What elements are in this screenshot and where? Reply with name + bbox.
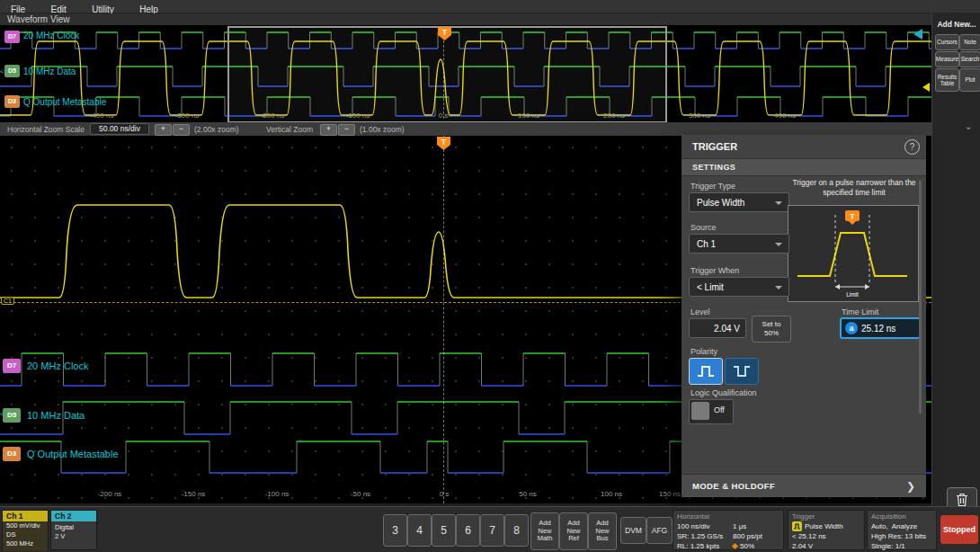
vertical-zoom-label: Vertical Zoom — [266, 125, 313, 134]
vzoom-minus-button[interactable]: − — [338, 124, 355, 136]
add-plot-button[interactable]: Plot — [959, 68, 980, 92]
settings-tab-label: SETTINGS — [692, 163, 735, 172]
waveform-view-label: Waveform View — [7, 14, 69, 24]
add-ref-l3: Ref — [560, 535, 587, 543]
panel-title: TRIGGER — [692, 141, 737, 152]
channel1-scale: 500 mV/div — [3, 521, 48, 530]
trigger-time-line — [443, 136, 444, 503]
axis-tick: 200 ns — [603, 111, 625, 120]
settings-tab[interactable]: SETTINGS — [682, 158, 926, 176]
channel-badge-d5[interactable]: D5 — [4, 65, 20, 77]
channel1-reference-marker[interactable]: C1 — [1, 297, 14, 305]
channel-badge-d5[interactable]: D5 — [3, 408, 21, 423]
trigger-type-dropdown[interactable]: Pulse Width — [689, 192, 789, 212]
trigger-when-dropdown[interactable]: < Limit — [689, 277, 789, 297]
channel5-button[interactable]: 5 — [432, 514, 456, 547]
channel1-level-marker-icon[interactable] — [922, 83, 930, 92]
horizontal-title: Horizontal — [677, 512, 780, 521]
add-note-button[interactable]: Note — [959, 34, 980, 50]
axis-tick: 50 ns — [519, 490, 537, 498]
axis-tick: -200 ns — [98, 490, 122, 498]
afg-button[interactable]: AFG — [646, 517, 673, 544]
channel2-badge[interactable]: Ch 2 Digital 2 V — [50, 510, 97, 550]
channel-label-d5: 10 MHz Data — [27, 410, 85, 421]
acquisition-badge[interactable]: Acquisition Auto, Analyze High Res: 13 b… — [867, 510, 937, 550]
limit-caption: Limit — [846, 291, 859, 298]
add-new-bus-button[interactable]: Add New Bus — [588, 512, 617, 550]
channel-label-d3: Q Output Metastable — [23, 97, 106, 107]
dvm-button[interactable]: DVM — [620, 517, 646, 544]
axis-tick: 100 ns — [518, 111, 539, 120]
channel-badge-d7[interactable]: D7 — [3, 359, 21, 373]
channel8-button[interactable]: 8 — [504, 514, 529, 547]
channel4-button[interactable]: 4 — [407, 514, 432, 547]
source-label: Source — [690, 223, 717, 232]
horizontal-zoom-scale-value[interactable]: 50.00 ns/div — [90, 123, 149, 135]
collapse-zoombar-chevron-icon[interactable]: ⌄ — [965, 121, 972, 131]
channel-badge-d7[interactable]: D7 — [4, 31, 20, 43]
polarity-negative-button[interactable] — [725, 358, 759, 385]
settings-bar: Ch 1 500 mV/div DS 500 MHz Ch 2 Digital … — [0, 506, 980, 552]
knob-a-icon: a — [845, 322, 858, 334]
mode-holdoff-bar[interactable]: MODE & HOLDOFF ❯ — [682, 474, 926, 497]
add-results-table-button[interactable]: Results Table — [935, 68, 959, 92]
time-limit-label: Time Limit — [842, 307, 878, 316]
trigger-description: Trigger on a pulse narrower than the spe… — [788, 178, 921, 197]
trigger-time-line — [443, 27, 444, 119]
hzoom-minus-button[interactable]: − — [173, 124, 190, 136]
add-new-math-button[interactable]: Add New Math — [530, 512, 559, 550]
polarity-positive-button[interactable] — [689, 358, 723, 385]
level-value-field[interactable]: 2.04 V — [689, 318, 746, 338]
run-stop-button[interactable]: Stopped — [940, 515, 978, 544]
h-resolution: 800 ps/pt — [733, 531, 762, 541]
h-scale: 100 ns/div — [677, 521, 733, 531]
time-limit-value: 25.12 ns — [861, 324, 895, 334]
trigger-type-label: Trigger Type — [690, 182, 735, 191]
set-to-50-line2: 50% — [753, 329, 790, 338]
h-position: 50% — [740, 541, 754, 551]
level-label: Level — [690, 307, 710, 316]
add-measure-button[interactable]: Measure — [935, 51, 959, 67]
vzoom-plus-button[interactable]: + — [320, 124, 337, 136]
add-new-ref-button[interactable]: Add New Ref — [559, 512, 588, 550]
trigger-limit-summary: < 25.12 ns — [792, 531, 826, 541]
hzoom-factor: (2.00x zoom) — [194, 125, 239, 134]
channel7-button[interactable]: 7 — [480, 514, 504, 547]
channel-label-d7: 20 MHz Clock — [23, 31, 79, 40]
logic-qualification-toggle[interactable]: Off — [689, 399, 734, 424]
trigger-badge[interactable]: Trigger Pulse Width < 25.12 ns 2.04 V — [788, 510, 865, 550]
channel1-coupling: DS — [3, 530, 48, 539]
axis-tick: -200 ns — [261, 111, 285, 120]
channel3-button[interactable]: 3 — [383, 514, 407, 547]
trigger-level-summary: 2.04 V — [792, 541, 813, 551]
graphic-trigger-marker: T — [850, 212, 855, 221]
mode-holdoff-label: MODE & HOLDOFF — [692, 481, 775, 491]
channel-badge-d3[interactable]: D3 — [4, 95, 20, 108]
h-window: 1 μs — [733, 521, 746, 531]
source-dropdown[interactable]: Ch 1 — [689, 234, 789, 254]
channel2-mode: Digital — [51, 521, 96, 532]
trigger-level-indicator-icon[interactable] — [913, 29, 922, 40]
trigger-title: Trigger — [792, 512, 860, 521]
trigger-type-summary: Pulse Width — [805, 521, 843, 531]
time-limit-field[interactable]: a 25.12 ns — [840, 317, 921, 339]
axis-tick: 100 ns — [601, 490, 622, 498]
horizontal-badge[interactable]: Horizontal 100 ns/div1 μs SR: 1.25 GS/s8… — [673, 510, 784, 550]
logic-qualification-label: Logic Qualification — [690, 388, 757, 397]
waveform-view-tab[interactable]: Waveform View — [0, 13, 931, 26]
channel6-button[interactable]: 6 — [456, 514, 480, 547]
set-to-50-button[interactable]: Set to 50% — [752, 316, 791, 343]
trash-icon — [956, 493, 968, 507]
add-cursors-button[interactable]: Cursors — [935, 34, 959, 50]
help-icon[interactable]: ? — [904, 139, 920, 155]
hzoom-plus-button[interactable]: + — [155, 124, 172, 136]
add-math-l3: Math — [531, 535, 558, 543]
channel-badge-d3[interactable]: D3 — [3, 447, 21, 461]
channel1-name: Ch 1 — [3, 511, 48, 521]
add-search-button[interactable]: Search — [959, 51, 980, 67]
channel1-badge[interactable]: Ch 1 500 mV/div DS 500 MHz — [2, 510, 49, 550]
panel-scrollbar[interactable] — [919, 180, 922, 414]
axis-tick: -100 ns — [265, 490, 290, 498]
zoom-region-box[interactable] — [227, 26, 667, 123]
panel-header: TRIGGER ? — [682, 135, 926, 158]
